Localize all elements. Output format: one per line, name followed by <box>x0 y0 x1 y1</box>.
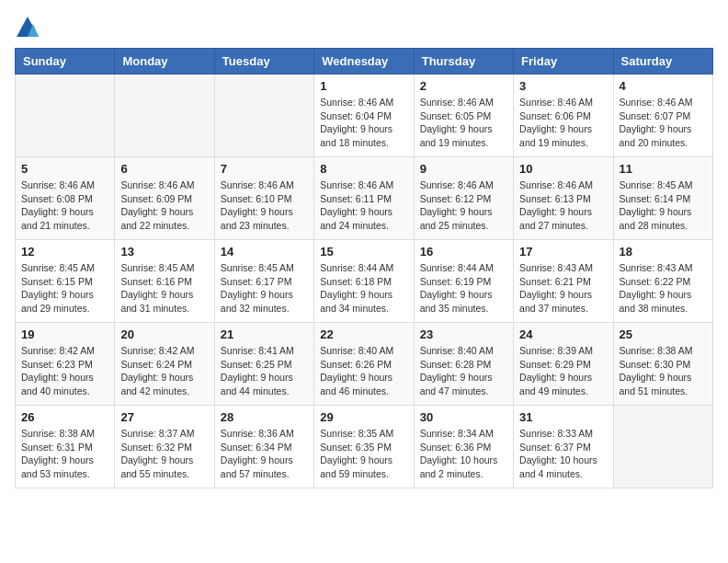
calendar-cell: 15Sunrise: 8:44 AMSunset: 6:18 PMDayligh… <box>314 240 414 323</box>
logo-icon <box>15 15 40 40</box>
day-info: Sunrise: 8:46 AMSunset: 6:12 PMDaylight:… <box>420 178 507 233</box>
day-info: Sunrise: 8:40 AMSunset: 6:28 PMDaylight:… <box>420 344 507 398</box>
day-info: Sunrise: 8:45 AMSunset: 6:14 PMDaylight:… <box>620 178 707 233</box>
day-info: Sunrise: 8:36 AMSunset: 6:34 PMDaylight:… <box>221 427 308 481</box>
calendar-cell: 22Sunrise: 8:40 AMSunset: 6:26 PMDayligh… <box>314 323 414 406</box>
day-number: 24 <box>519 327 607 341</box>
day-number: 15 <box>320 245 407 259</box>
day-info: Sunrise: 8:46 AMSunset: 6:09 PMDaylight:… <box>120 178 208 233</box>
day-number: 19 <box>21 327 108 341</box>
calendar-week-row: 1Sunrise: 8:46 AMSunset: 6:04 PMDaylight… <box>16 75 713 157</box>
day-number: 1 <box>320 79 407 93</box>
calendar-cell: 2Sunrise: 8:46 AMSunset: 6:05 PMDaylight… <box>414 75 513 157</box>
calendar-cell: 10Sunrise: 8:46 AMSunset: 6:13 PMDayligh… <box>514 157 613 240</box>
weekday-header-sunday: Sunday <box>16 49 115 75</box>
weekday-header-saturday: Saturday <box>613 49 712 75</box>
day-info: Sunrise: 8:43 AMSunset: 6:21 PMDaylight:… <box>519 261 607 316</box>
day-info: Sunrise: 8:46 AMSunset: 6:04 PMDaylight:… <box>320 96 407 150</box>
day-number: 11 <box>620 162 707 176</box>
calendar-cell: 8Sunrise: 8:46 AMSunset: 6:11 PMDaylight… <box>314 157 414 240</box>
calendar-cell <box>115 75 214 157</box>
day-info: Sunrise: 8:40 AMSunset: 6:26 PMDaylight:… <box>320 344 407 398</box>
day-info: Sunrise: 8:41 AMSunset: 6:25 PMDaylight:… <box>221 344 308 398</box>
day-number: 14 <box>221 245 308 259</box>
day-info: Sunrise: 8:34 AMSunset: 6:36 PMDaylight:… <box>420 427 507 481</box>
weekday-header-wednesday: Wednesday <box>314 49 414 75</box>
day-number: 27 <box>120 410 208 424</box>
calendar-cell: 17Sunrise: 8:43 AMSunset: 6:21 PMDayligh… <box>514 240 613 323</box>
day-info: Sunrise: 8:38 AMSunset: 6:31 PMDaylight:… <box>21 427 108 481</box>
calendar-cell: 28Sunrise: 8:36 AMSunset: 6:34 PMDayligh… <box>214 406 313 488</box>
calendar-cell: 6Sunrise: 8:46 AMSunset: 6:09 PMDaylight… <box>115 157 214 240</box>
day-number: 16 <box>420 245 507 259</box>
calendar-cell: 13Sunrise: 8:45 AMSunset: 6:16 PMDayligh… <box>115 240 214 323</box>
weekday-header-friday: Friday <box>514 49 613 75</box>
calendar-cell: 25Sunrise: 8:38 AMSunset: 6:30 PMDayligh… <box>613 323 712 406</box>
calendar-week-row: 12Sunrise: 8:45 AMSunset: 6:15 PMDayligh… <box>16 240 713 323</box>
day-number: 28 <box>221 410 308 424</box>
day-number: 6 <box>120 162 208 176</box>
weekday-header-row: SundayMondayTuesdayWednesdayThursdayFrid… <box>16 49 713 75</box>
calendar-cell: 23Sunrise: 8:40 AMSunset: 6:28 PMDayligh… <box>414 323 513 406</box>
calendar-cell <box>613 406 712 488</box>
calendar-cell: 19Sunrise: 8:42 AMSunset: 6:23 PMDayligh… <box>16 323 115 406</box>
day-number: 4 <box>620 79 707 93</box>
day-info: Sunrise: 8:46 AMSunset: 6:10 PMDaylight:… <box>221 178 308 233</box>
weekday-header-thursday: Thursday <box>414 49 513 75</box>
page-header <box>15 15 713 40</box>
day-info: Sunrise: 8:44 AMSunset: 6:19 PMDaylight:… <box>420 261 507 316</box>
calendar-cell: 4Sunrise: 8:46 AMSunset: 6:07 PMDaylight… <box>613 75 712 157</box>
day-number: 13 <box>120 245 208 259</box>
calendar-cell: 16Sunrise: 8:44 AMSunset: 6:19 PMDayligh… <box>414 240 513 323</box>
day-info: Sunrise: 8:39 AMSunset: 6:29 PMDaylight:… <box>519 344 607 398</box>
calendar-week-row: 19Sunrise: 8:42 AMSunset: 6:23 PMDayligh… <box>16 323 713 406</box>
day-number: 2 <box>420 79 507 93</box>
day-info: Sunrise: 8:46 AMSunset: 6:05 PMDaylight:… <box>420 96 507 150</box>
day-info: Sunrise: 8:45 AMSunset: 6:17 PMDaylight:… <box>221 261 308 316</box>
day-number: 3 <box>519 79 607 93</box>
day-number: 25 <box>620 327 707 341</box>
day-info: Sunrise: 8:45 AMSunset: 6:15 PMDaylight:… <box>21 261 108 316</box>
day-number: 21 <box>221 327 308 341</box>
day-number: 5 <box>21 162 108 176</box>
day-number: 8 <box>320 162 407 176</box>
day-info: Sunrise: 8:38 AMSunset: 6:30 PMDaylight:… <box>620 344 707 398</box>
day-number: 30 <box>420 410 507 424</box>
day-info: Sunrise: 8:33 AMSunset: 6:37 PMDaylight:… <box>519 427 607 481</box>
calendar-cell: 26Sunrise: 8:38 AMSunset: 6:31 PMDayligh… <box>16 406 115 488</box>
day-number: 31 <box>519 410 607 424</box>
day-info: Sunrise: 8:43 AMSunset: 6:22 PMDaylight:… <box>620 261 707 316</box>
calendar-cell: 9Sunrise: 8:46 AMSunset: 6:12 PMDaylight… <box>414 157 513 240</box>
calendar-week-row: 5Sunrise: 8:46 AMSunset: 6:08 PMDaylight… <box>16 157 713 240</box>
logo <box>15 15 44 40</box>
calendar-cell: 1Sunrise: 8:46 AMSunset: 6:04 PMDaylight… <box>314 75 414 157</box>
day-number: 17 <box>519 245 607 259</box>
day-info: Sunrise: 8:45 AMSunset: 6:16 PMDaylight:… <box>120 261 208 316</box>
day-info: Sunrise: 8:46 AMSunset: 6:06 PMDaylight:… <box>519 96 607 150</box>
calendar-cell: 11Sunrise: 8:45 AMSunset: 6:14 PMDayligh… <box>613 157 712 240</box>
calendar-cell: 18Sunrise: 8:43 AMSunset: 6:22 PMDayligh… <box>613 240 712 323</box>
day-number: 22 <box>320 327 407 341</box>
calendar-cell: 20Sunrise: 8:42 AMSunset: 6:24 PMDayligh… <box>115 323 214 406</box>
day-number: 7 <box>221 162 308 176</box>
day-info: Sunrise: 8:46 AMSunset: 6:11 PMDaylight:… <box>320 178 407 233</box>
calendar-cell <box>214 75 313 157</box>
day-number: 18 <box>620 245 707 259</box>
day-info: Sunrise: 8:46 AMSunset: 6:08 PMDaylight:… <box>21 178 108 233</box>
day-info: Sunrise: 8:44 AMSunset: 6:18 PMDaylight:… <box>320 261 407 316</box>
day-info: Sunrise: 8:37 AMSunset: 6:32 PMDaylight:… <box>120 427 208 481</box>
calendar-cell: 31Sunrise: 8:33 AMSunset: 6:37 PMDayligh… <box>514 406 613 488</box>
weekday-header-tuesday: Tuesday <box>214 49 313 75</box>
day-info: Sunrise: 8:46 AMSunset: 6:13 PMDaylight:… <box>519 178 607 233</box>
calendar-cell <box>16 75 115 157</box>
day-info: Sunrise: 8:46 AMSunset: 6:07 PMDaylight:… <box>620 96 707 150</box>
day-info: Sunrise: 8:42 AMSunset: 6:24 PMDaylight:… <box>120 344 208 398</box>
day-number: 23 <box>420 327 507 341</box>
calendar-cell: 29Sunrise: 8:35 AMSunset: 6:35 PMDayligh… <box>314 406 414 488</box>
calendar-cell: 5Sunrise: 8:46 AMSunset: 6:08 PMDaylight… <box>16 157 115 240</box>
day-number: 10 <box>519 162 607 176</box>
calendar-cell: 14Sunrise: 8:45 AMSunset: 6:17 PMDayligh… <box>214 240 313 323</box>
calendar-cell: 27Sunrise: 8:37 AMSunset: 6:32 PMDayligh… <box>115 406 214 488</box>
calendar-table: SundayMondayTuesdayWednesdayThursdayFrid… <box>15 48 713 488</box>
day-number: 20 <box>120 327 208 341</box>
